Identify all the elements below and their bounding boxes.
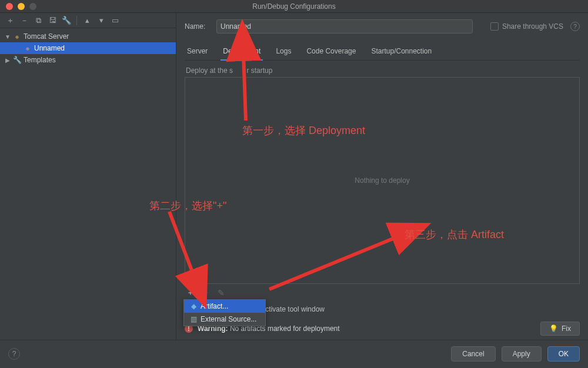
folder-button[interactable]: ▭ [109,15,122,26]
fix-button-label: Fix [562,324,571,333]
help-icon[interactable]: ? [570,22,580,31]
tree-item-label: Tomcat Server [24,32,69,41]
tomcat-icon: ⎈ [13,32,21,41]
config-tree: ▼ ⎈ Tomcat Server ⎈ Unnamed ▶ 🔧 Template… [0,28,176,340]
tree-item-label: Unnamed [34,44,65,52]
add-config-button[interactable]: ＋ [4,15,16,26]
sidebar-toolbar: ＋ － ⧉ 🖫 🔧 ▴ ▾ ▭ [0,13,176,28]
remove-deployment-button: － [200,287,212,298]
chevron-down-icon: ▼ [5,34,11,40]
name-label: Name: [185,22,211,31]
cancel-button[interactable]: Cancel [451,346,495,362]
share-vcs-checkbox[interactable] [490,22,499,31]
tomcat-icon: ⎈ [24,44,32,52]
edit-defaults-button[interactable]: 🔧 [60,15,73,26]
artifact-icon: ◆ [190,302,197,310]
move-down-button[interactable]: ▾ [95,15,108,26]
remove-config-button[interactable]: － [18,15,31,26]
share-vcs-label: Share through VCS [502,22,563,31]
config-tabs: Server Deployment Logs Code Coverage Sta… [185,44,580,61]
lightbulb-icon: 💡 [549,324,558,333]
save-config-button[interactable]: 🖫 [46,15,59,26]
tab-code-coverage[interactable]: Code Coverage [304,44,358,60]
tree-item-unnamed[interactable]: ⎈ Unnamed [0,42,176,54]
tree-item-templates[interactable]: ▶ 🔧 Templates [0,54,176,66]
deploy-empty-text: Nothing to deploy [355,176,409,185]
add-deployment-popup: ◆ Artifact... ▥ External Source... [183,299,266,326]
tab-server[interactable]: Server [185,44,210,60]
popup-item-label: Artifact... [201,302,228,310]
add-deployment-button[interactable]: ＋ [185,287,196,298]
apply-button[interactable]: Apply [502,346,542,362]
external-source-icon: ▥ [190,315,197,323]
tab-startup-connection[interactable]: Startup/Connection [369,44,434,60]
popup-artifact-item[interactable]: ◆ Artifact... [184,300,265,313]
deploy-section-label: Deploy at the server startup [185,66,580,75]
wrench-icon: 🔧 [13,56,21,64]
window-title: Run/Debug Configurations [0,2,588,11]
popup-external-item[interactable]: ▥ External Source... [184,313,265,326]
tree-item-label: Templates [24,56,56,64]
copy-config-button[interactable]: ⧉ [32,15,45,26]
move-up-button[interactable]: ▴ [81,15,93,26]
help-button[interactable]: ? [8,348,20,360]
popup-item-label: External Source... [201,315,256,323]
tab-deployment[interactable]: Deployment [220,44,263,60]
name-input[interactable] [216,19,473,34]
deploy-list: Nothing to deploy [185,77,580,284]
sidebar: ＋ － ⧉ 🖫 🔧 ▴ ▾ ▭ ▼ ⎈ Tomcat Server ⎈ Unna… [0,13,176,340]
edit-deployment-button: ✎ [215,287,227,298]
ok-button[interactable]: OK [547,346,580,362]
tab-logs[interactable]: Logs [273,44,293,60]
config-panel: Name: Share through VCS ? Server Deploym… [176,13,588,340]
tree-item-tomcat[interactable]: ▼ ⎈ Tomcat Server [0,31,176,42]
fix-button[interactable]: 💡 Fix [540,322,580,336]
toolbar-separator [76,16,77,25]
chevron-right-icon: ▶ [5,57,11,63]
